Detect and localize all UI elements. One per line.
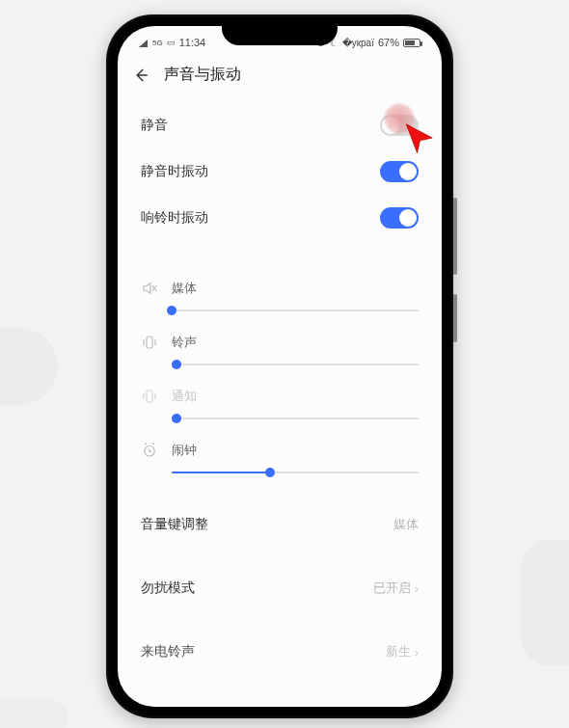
phone-frame: 5G ▭ 11:34 ⏱ ☾ �украї 67% 声音与振动 — [106, 14, 453, 718]
volume-keys-label: 音量键调整 — [141, 516, 208, 533]
slider-media[interactable]: 媒体 — [118, 270, 442, 324]
page-header: 声音与振动 — [118, 55, 442, 98]
volume-keys-value: 媒体 — [393, 516, 419, 533]
ring-slider-track[interactable] — [172, 357, 419, 372]
silent-toggle[interactable] — [380, 115, 419, 136]
dnd-value: 已开启 — [373, 580, 411, 597]
alarm-icon — [141, 442, 158, 459]
chevron-right-icon: › — [415, 645, 419, 660]
row-silent[interactable]: 静音 — [118, 102, 442, 148]
volume-button — [453, 198, 457, 275]
page-title: 声音与振动 — [164, 65, 241, 85]
row-ringtone[interactable]: 来电铃声 新生 › — [118, 631, 442, 673]
screen: 5G ▭ 11:34 ⏱ ☾ �украї 67% 声音与振动 — [118, 26, 442, 707]
alarm-slider-track[interactable] — [172, 465, 419, 480]
notify-label: 通知 — [172, 388, 197, 405]
media-slider-track[interactable] — [172, 303, 419, 318]
row-dnd[interactable]: 勿扰模式 已开启 › — [118, 567, 442, 609]
vibrate-on-silent-label: 静音时振动 — [141, 163, 208, 180]
notch — [222, 26, 338, 45]
svg-rect-0 — [147, 337, 152, 348]
network-signal-icon — [139, 39, 149, 47]
slider-ring[interactable]: 铃声 — [118, 324, 442, 378]
silent-label: 静音 — [141, 117, 168, 134]
svg-rect-1 — [147, 391, 152, 402]
power-button — [453, 294, 457, 342]
network-label: 5G — [152, 39, 163, 47]
slider-alarm[interactable]: 闹钟 — [118, 432, 442, 486]
clock: 11:34 — [179, 37, 206, 48]
notify-slider-track[interactable] — [172, 411, 419, 426]
notify-vibrate-icon — [141, 388, 158, 405]
media-mute-icon — [141, 280, 158, 297]
ring-label: 铃声 — [172, 334, 197, 351]
battery-icon — [403, 39, 420, 47]
row-volume-keys[interactable]: 音量键调整 媒体 — [118, 503, 442, 546]
media-label: 媒体 — [172, 280, 197, 297]
slider-notify[interactable]: 通知 — [118, 378, 442, 432]
row-vibrate-on-ring[interactable]: 响铃时振动 — [118, 195, 442, 241]
back-button[interactable] — [131, 66, 150, 85]
vibrate-on-ring-toggle[interactable] — [380, 207, 419, 229]
ring-vibrate-icon — [141, 334, 158, 351]
row-vibrate-on-silent[interactable]: 静音时振动 — [118, 148, 442, 195]
battery-text: 67% — [378, 37, 399, 48]
vibrate-on-ring-label: 响铃时振动 — [141, 209, 208, 227]
dnd-label: 勿扰模式 — [141, 580, 195, 597]
wifi-status-icon: �украї — [342, 38, 374, 48]
back-arrow-icon — [132, 67, 149, 84]
sim-icon: ▭ — [167, 38, 176, 47]
vibrate-on-silent-toggle[interactable] — [380, 161, 419, 182]
ringtone-label: 来电铃声 — [141, 643, 195, 661]
alarm-label: 闹钟 — [172, 442, 197, 459]
ringtone-value: 新生 — [386, 643, 411, 661]
chevron-right-icon: › — [415, 581, 419, 596]
